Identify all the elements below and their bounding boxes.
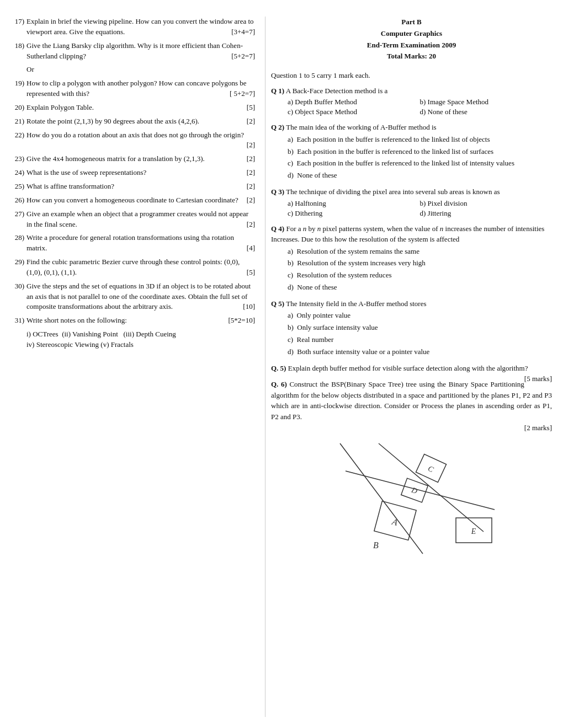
q27-num: 27) bbox=[11, 209, 26, 230]
question-24: 24) What is the use of sweep representat… bbox=[11, 168, 255, 178]
q20-num: 20) bbox=[11, 103, 26, 113]
q18-body: Give the Liang Barsky clip algorithm. Wh… bbox=[26, 41, 255, 62]
q31-subitem-text2: iv) Stereoscopic Viewing (v) Fractals bbox=[26, 340, 134, 349]
q23-text: Give the 4x4 homogeneous matrix for a tr… bbox=[26, 154, 205, 163]
q28-text: Write a procedure for general rotation t… bbox=[26, 233, 234, 252]
q17-body: Explain in brief the viewing pipeline. H… bbox=[26, 17, 255, 38]
mcq-q4-stem: Q 4) For a n by n pixel patterns system,… bbox=[271, 223, 552, 245]
part-b-header: Part B Computer Graphics End-Term Examin… bbox=[271, 17, 552, 62]
long-q6-stem: Q. 6) Construct the BSP(Binary Space Tre… bbox=[271, 379, 552, 422]
mcq-q3-opt-d: d) Jittering bbox=[420, 209, 553, 218]
q31-marks: [5*2=10] bbox=[229, 315, 256, 326]
q21-body: Rotate the point (2,1,3) by 90 degrees a… bbox=[26, 116, 255, 127]
q31-body: Write short notes on the following: [5*2… bbox=[26, 315, 255, 326]
mcq-q4-opt-a: a) Resolution of the system remains the … bbox=[288, 247, 552, 257]
svg-text:A: A bbox=[390, 517, 399, 527]
q22-body: How do you do a rotation about an axis t… bbox=[26, 130, 255, 151]
question-26: 26) How can you convert a homogeneous co… bbox=[11, 195, 255, 206]
mcq-q3-opt-b: b) Pixel division bbox=[420, 199, 553, 208]
q25-body: What is affine transformation? [2] bbox=[26, 181, 255, 192]
mcq-q3: Q 3) The technique of dividing the pixel… bbox=[271, 186, 552, 218]
long-q5-stem: Q. 5) Explain depth buffer method for vi… bbox=[271, 363, 552, 374]
mcq-q3-stem: Q 3) The technique of dividing the pixel… bbox=[271, 186, 552, 197]
q19-marks: [ 5+2=7] bbox=[230, 89, 255, 99]
svg-text:D: D bbox=[410, 486, 418, 496]
q30-body: Give the steps and the set of equations … bbox=[26, 281, 255, 313]
q21-marks: [2] bbox=[247, 116, 255, 127]
q25-marks: [2] bbox=[247, 181, 255, 192]
q17-marks: [3+4=7] bbox=[231, 27, 255, 38]
q26-marks: [2] bbox=[247, 195, 255, 206]
q30-num: 30) bbox=[11, 281, 26, 313]
q24-num: 24) bbox=[11, 168, 26, 178]
q17-num: 17) bbox=[11, 17, 26, 38]
mcq-q2-opt-c: c) Each position in the buffer is refere… bbox=[288, 158, 552, 169]
question-19: 19) How to clip a polygon with another p… bbox=[11, 78, 255, 99]
q29-marks: [5] bbox=[247, 267, 255, 278]
q26-num: 26) bbox=[11, 195, 26, 206]
mcq-q5-opt-b: b) Only surface intensity value bbox=[288, 323, 552, 333]
q22-text: How do you do a rotation about an axis t… bbox=[26, 131, 244, 139]
long-q6-marks: [2 marks] bbox=[271, 424, 552, 432]
long-q5: Q. 5) Explain depth buffer method for vi… bbox=[271, 363, 552, 374]
mcq-q4: Q 4) For a n by n pixel patterns system,… bbox=[271, 223, 552, 293]
q23-num: 23) bbox=[11, 154, 26, 164]
q28-marks: [4] bbox=[247, 243, 255, 254]
q18-num: 18) bbox=[11, 41, 26, 62]
mcq-q5: Q 5) The Intensity field in the A-Buffer… bbox=[271, 298, 552, 357]
mcq-q4-opt-c: c) Resolution of the system reduces bbox=[288, 270, 552, 281]
q27-body: Give an example when an object that a pr… bbox=[26, 209, 255, 230]
question-30: 30) Give the steps and the set of equati… bbox=[11, 281, 255, 313]
right-column: Part B Computer Graphics End-Term Examin… bbox=[265, 17, 552, 717]
q20-marks: [5] bbox=[247, 103, 255, 113]
mcq-q2-opt-d: d) None of these bbox=[288, 170, 552, 181]
question-22: 22) How do you do a rotation about an ax… bbox=[11, 130, 255, 151]
question-31: 31) Write short notes on the following: … bbox=[11, 315, 255, 326]
q24-text: What is the use of sweep representations… bbox=[26, 168, 146, 176]
long-q6: Q. 6) Construct the BSP(Binary Space Tre… bbox=[271, 379, 552, 432]
q19-num: 19) bbox=[11, 78, 26, 99]
svg-text:B: B bbox=[373, 540, 379, 550]
q31-text: Write short notes on the following: bbox=[26, 316, 127, 324]
mcq-q2-stem: Q 2) The main idea of the working of A-B… bbox=[271, 122, 552, 133]
header-line4: Total Marks: 20 bbox=[271, 51, 552, 62]
q31-num: 31) bbox=[11, 315, 26, 326]
mcq-q2-opt-b: b) Each position in the buffer is refere… bbox=[288, 147, 552, 157]
q20-body: Explain Polygon Table. [5] bbox=[26, 103, 255, 113]
q22-num: 22) bbox=[11, 130, 26, 151]
q25-num: 25) bbox=[11, 181, 26, 192]
mcq-q1-opt-d: d) None of these bbox=[420, 108, 553, 116]
mcq-q5-opt-d: d) Both surface intensity value or a poi… bbox=[288, 347, 552, 357]
header-line2: Computer Graphics bbox=[271, 28, 552, 40]
q19-body: How to clip a polygon with another polyg… bbox=[26, 78, 255, 99]
q28-body: Write a procedure for general rotation t… bbox=[26, 233, 255, 254]
q18-text: Give the Liang Barsky clip algorithm. Wh… bbox=[26, 41, 243, 60]
q29-num: 29) bbox=[11, 257, 26, 278]
q27-text: Give an example when an object that a pr… bbox=[26, 210, 248, 228]
mcq-q5-opt-c: c) Real number bbox=[288, 335, 552, 345]
mcq-q1-opt-b: b) Image Space Method bbox=[420, 98, 553, 106]
q29-body: Find the cubic parametric Bezier curve t… bbox=[26, 257, 255, 278]
q21-text: Rotate the point (2,1,3) by 90 degrees a… bbox=[26, 117, 199, 125]
mcq-q1-opt-a: a) Depth Buffer Method bbox=[288, 98, 420, 106]
q26-body: How can you convert a homogeneous coordi… bbox=[26, 195, 255, 206]
question-21: 21) Rotate the point (2,1,3) by 90 degre… bbox=[11, 116, 255, 127]
q31-subitem-text: i) OCTrees (ii) Vanishing Point (iii) De… bbox=[26, 330, 176, 338]
mcq-q5-opt-a: a) Only pointer value bbox=[288, 311, 552, 321]
q28-num: 28) bbox=[11, 233, 26, 254]
mcq-q1-stem: Q 1) A Back-Face Detection method is a bbox=[271, 85, 552, 97]
q20-text: Explain Polygon Table. bbox=[26, 103, 94, 111]
question-18: 18) Give the Liang Barsky clip algorithm… bbox=[11, 41, 255, 62]
question-23: 23) Give the 4x4 homogeneous matrix for … bbox=[11, 154, 255, 164]
long-q5-marks: [5 marks] bbox=[524, 373, 552, 384]
question-27: 27) Give an example when an object that … bbox=[11, 209, 255, 230]
q26-text: How can you convert a homogeneous coordi… bbox=[26, 196, 238, 204]
q23-marks: [2] bbox=[247, 154, 255, 164]
question-28: 28) Write a procedure for general rotati… bbox=[11, 233, 255, 254]
q30-text: Give the steps and the set of equations … bbox=[26, 282, 251, 311]
question-29: 29) Find the cubic parametric Bezier cur… bbox=[11, 257, 255, 278]
mcq-q2: Q 2) The main idea of the working of A-B… bbox=[271, 122, 552, 181]
svg-text:E: E bbox=[470, 527, 476, 536]
q19-text: How to clip a polygon with another polyg… bbox=[26, 79, 247, 98]
q30-marks: [10] bbox=[243, 302, 255, 312]
